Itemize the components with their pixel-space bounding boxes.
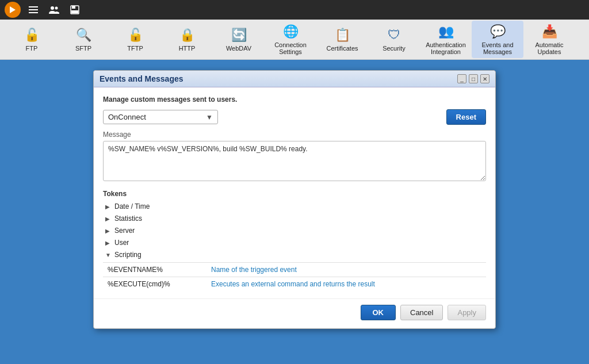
ok-button[interactable]: OK bbox=[361, 305, 396, 320]
nav-http[interactable]: 🔒 HTTP bbox=[161, 21, 213, 58]
nav-auth-integration[interactable]: 👥 Authentication Integration bbox=[420, 21, 472, 58]
list-icon-btn[interactable] bbox=[25, 2, 41, 18]
nav-sftp[interactable]: 🔍 SFTP bbox=[58, 21, 109, 58]
message-label: Message bbox=[103, 131, 486, 139]
server-expand-icon: ▶ bbox=[105, 228, 111, 234]
http-icon: 🔒 bbox=[179, 28, 195, 43]
nav-security-label: Security bbox=[383, 45, 406, 52]
ftp-icon: 🔓 bbox=[24, 28, 40, 43]
nav-tftp[interactable]: 🔓 TFTP bbox=[109, 21, 161, 58]
sftp-icon: 🔍 bbox=[76, 28, 91, 43]
nav-certificates-label: Certificates bbox=[326, 45, 358, 52]
user-expand-icon: ▶ bbox=[105, 240, 111, 246]
token-key-eventname: %EVENTNAME% bbox=[103, 263, 206, 277]
top-bar bbox=[0, 0, 589, 20]
restore-button[interactable]: □ bbox=[469, 74, 478, 83]
tokens-label: Tokens bbox=[103, 190, 486, 198]
message-textarea[interactable]: %SW_NAME% v%SW_VERSION%, build %SW_BUILD… bbox=[103, 141, 486, 181]
dialog-title: Events and Messages bbox=[100, 74, 183, 83]
close-button[interactable]: ✕ bbox=[480, 74, 489, 83]
nav-ftp-label: FTP bbox=[26, 45, 38, 52]
nav-sftp-label: SFTP bbox=[75, 45, 91, 52]
event-dropdown[interactable]: OnConnect ▼ bbox=[103, 110, 218, 124]
nav-webdav-label: WebDAV bbox=[226, 45, 251, 52]
run-icon-btn[interactable] bbox=[5, 2, 21, 18]
dialog-body: Manage custom messages sent to users. On… bbox=[94, 87, 495, 298]
token-group-datetime-header[interactable]: ▶ Date / Time bbox=[103, 201, 486, 212]
svg-rect-2 bbox=[29, 9, 38, 10]
token-group-statistics: ▶ Statistics bbox=[103, 213, 486, 224]
reset-button[interactable]: Reset bbox=[446, 109, 486, 125]
nav-webdav[interactable]: 🔄 WebDAV bbox=[213, 21, 265, 58]
webdav-icon: 🔄 bbox=[231, 28, 247, 43]
datetime-label: Date / Time bbox=[114, 202, 150, 210]
connection-settings-icon: 🌐 bbox=[283, 24, 299, 39]
token-group-scripting: ▼ Scripting %EVENTNAME% Name of the trig… bbox=[103, 250, 486, 291]
svg-point-4 bbox=[51, 6, 54, 10]
svg-rect-8 bbox=[71, 10, 78, 13]
statistics-label: Statistics bbox=[114, 214, 142, 223]
token-group-server: ▶ Server bbox=[103, 225, 486, 236]
nav-certificates[interactable]: 📋 Certificates bbox=[316, 21, 368, 58]
security-icon: 🛡 bbox=[388, 28, 400, 43]
user-label: User bbox=[114, 239, 129, 247]
svg-marker-0 bbox=[10, 6, 16, 13]
event-dropdown-value: OnConnect bbox=[108, 113, 206, 121]
nav-http-label: HTTP bbox=[179, 45, 196, 52]
statistics-expand-icon: ▶ bbox=[105, 216, 111, 222]
dialog-titlebar: Events and Messages _ □ ✕ bbox=[94, 71, 495, 87]
token-group-user: ▶ User bbox=[103, 237, 486, 248]
dialog-footer: OK Cancel Apply bbox=[94, 298, 495, 328]
main-area: Events and Messages _ □ ✕ Manage custom … bbox=[0, 60, 589, 364]
dialog-controls: _ □ ✕ bbox=[457, 74, 489, 83]
events-messages-icon: 💬 bbox=[490, 24, 506, 39]
svg-point-5 bbox=[55, 7, 58, 10]
scripting-label: Scripting bbox=[114, 251, 141, 259]
users-icon-btn[interactable] bbox=[46, 2, 62, 18]
events-messages-dialog: Events and Messages _ □ ✕ Manage custom … bbox=[93, 70, 496, 329]
nav-connection-settings[interactable]: 🌐 Connection Settings bbox=[265, 21, 316, 58]
nav-security[interactable]: 🛡 Security bbox=[368, 21, 420, 58]
certificates-icon: 📋 bbox=[335, 28, 350, 43]
token-group-datetime: ▶ Date / Time bbox=[103, 201, 486, 212]
scripting-token-table: %EVENTNAME% Name of the triggered event … bbox=[103, 262, 486, 291]
nav-events-messages[interactable]: 💬 Events and Messages bbox=[472, 21, 523, 58]
scripting-expand-icon: ▼ bbox=[105, 252, 111, 258]
dropdown-arrow-icon: ▼ bbox=[206, 113, 213, 121]
auth-integration-icon: 👥 bbox=[438, 24, 454, 39]
token-group-user-header[interactable]: ▶ User bbox=[103, 237, 486, 248]
nav-events-messages-label: Events and Messages bbox=[474, 41, 521, 55]
nav-connection-settings-label: Connection Settings bbox=[267, 41, 314, 55]
event-selector-row: OnConnect ▼ Reset bbox=[103, 109, 486, 125]
svg-rect-1 bbox=[29, 6, 38, 7]
token-desc-execute: Executes an external command and returns… bbox=[206, 277, 486, 292]
nav-auto-updates-label: Automatic Updates bbox=[526, 41, 573, 55]
auto-updates-icon: 📥 bbox=[542, 24, 557, 39]
svg-rect-7 bbox=[72, 6, 75, 9]
token-group-scripting-header[interactable]: ▼ Scripting bbox=[103, 250, 486, 260]
nav-tftp-label: TFTP bbox=[127, 45, 143, 52]
minimize-button[interactable]: _ bbox=[457, 74, 466, 83]
cancel-button[interactable]: Cancel bbox=[400, 305, 443, 320]
save-icon-btn[interactable] bbox=[67, 2, 83, 18]
server-label: Server bbox=[114, 227, 135, 235]
nav-auth-integration-label: Authentication Integration bbox=[422, 41, 469, 55]
nav-auto-updates[interactable]: 📥 Automatic Updates bbox=[523, 21, 575, 58]
nav-bar: 🔓 FTP 🔍 SFTP 🔓 TFTP 🔒 HTTP 🔄 WebDAV 🌐 Co… bbox=[0, 20, 589, 60]
svg-rect-3 bbox=[29, 12, 38, 13]
table-row: %EVENTNAME% Name of the triggered event bbox=[103, 263, 486, 277]
nav-ftp[interactable]: 🔓 FTP bbox=[6, 21, 58, 58]
token-desc-eventname: Name of the triggered event bbox=[206, 263, 486, 277]
apply-button[interactable]: Apply bbox=[448, 305, 486, 320]
table-row: %EXECUTE(cmd)% Executes an external comm… bbox=[103, 277, 486, 292]
tftp-icon: 🔓 bbox=[128, 28, 143, 43]
token-group-statistics-header[interactable]: ▶ Statistics bbox=[103, 213, 486, 224]
token-group-server-header[interactable]: ▶ Server bbox=[103, 225, 486, 236]
datetime-expand-icon: ▶ bbox=[105, 204, 111, 210]
dialog-subtitle: Manage custom messages sent to users. bbox=[103, 95, 486, 104]
token-key-execute: %EXECUTE(cmd)% bbox=[103, 277, 206, 292]
